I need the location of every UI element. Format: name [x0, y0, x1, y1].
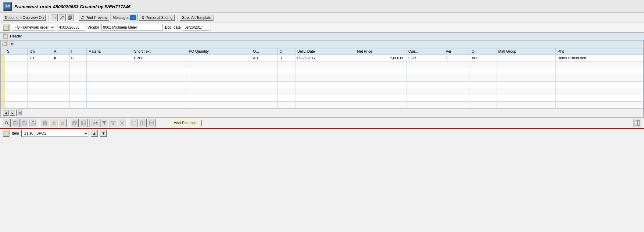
order-type-select[interactable]: FO Framework order — [12, 24, 55, 31]
multi-copy-btn[interactable] — [139, 119, 147, 127]
col-plnt: Plnt — [556, 48, 643, 55]
header-section: Header — [0, 32, 644, 40]
col-per: Per — [444, 48, 470, 55]
table-row[interactable]: 10 K B BPO1 1 AU D 09/26/2017 2,000.00 E… — [1, 55, 643, 62]
filter2-btn[interactable] — [109, 119, 117, 127]
item-dropdown[interactable]: 1 [ 10 ] BPO1 — [21, 130, 88, 137]
main-toolbar: Document Overview On □ 🖨 Print Preview M… — [0, 13, 644, 23]
info-icon: i — [130, 15, 136, 20]
svg-text:SAP: SAP — [6, 5, 11, 7]
row-indicator — [1, 102, 5, 108]
svg-rect-46 — [141, 121, 143, 125]
cell-o2: AU — [470, 55, 496, 62]
lock-btn[interactable] — [50, 119, 58, 127]
messages-btn[interactable]: Messages i — [110, 14, 138, 21]
save-btn[interactable] — [12, 119, 20, 127]
svg-rect-23 — [32, 123, 35, 125]
svg-rect-41 — [94, 124, 97, 125]
copy-icon[interactable] — [67, 14, 73, 21]
search-btn[interactable] — [3, 119, 11, 127]
table-header-icon-folder[interactable] — [2, 41, 8, 47]
copy-rows-btn[interactable] — [71, 119, 79, 127]
svg-rect-53 — [638, 121, 640, 125]
scroll-position-indicator — [16, 110, 23, 116]
svg-marker-44 — [111, 121, 115, 125]
print-preview-btn[interactable]: 🖨 Print Preview — [79, 15, 109, 21]
table-row[interactable] — [1, 68, 643, 75]
cell-curr: EUR — [406, 55, 444, 62]
document-overview-btn[interactable]: Document Overview On — [3, 15, 46, 21]
cell-status — [5, 55, 28, 62]
col-curr: Curr... — [406, 48, 444, 55]
personal-setting-btn[interactable]: ⚙ Personal Setting — [139, 15, 174, 21]
svg-rect-30 — [62, 123, 64, 125]
edit-icon[interactable] — [59, 14, 66, 21]
table-row[interactable] — [1, 88, 643, 95]
delete-btn[interactable] — [41, 119, 49, 127]
scroll-right-btn[interactable]: ► — [10, 110, 15, 116]
svg-rect-19 — [23, 123, 26, 125]
main-window: SAP Framework order 4500020683 Created b… — [0, 0, 644, 232]
bottom-toolbar: + — [0, 118, 644, 128]
svg-rect-3 — [68, 17, 71, 19]
cell-c: D — [277, 55, 295, 62]
separator-btm-4 — [128, 119, 128, 127]
col-deliv-date: Deliv. Date — [295, 48, 355, 55]
shield-btn[interactable] — [130, 119, 138, 127]
svg-rect-15 — [14, 121, 16, 122]
sap-logo-icon: SAP — [3, 2, 12, 11]
svg-rect-11 — [19, 112, 21, 114]
table-settings-icon[interactable]: ⚙ — [9, 41, 15, 47]
table-row[interactable] — [1, 75, 643, 82]
cell-short-text: BPO1 — [132, 55, 187, 62]
vendor-input[interactable] — [102, 24, 163, 31]
cell-a: K — [52, 55, 69, 62]
order-number-input[interactable] — [58, 24, 85, 31]
layout-btn[interactable] — [148, 119, 156, 127]
unlock-btn[interactable] — [59, 119, 67, 127]
header-section-label: Header — [10, 34, 22, 38]
save3-btn[interactable] — [29, 119, 37, 127]
row-indicator — [1, 75, 5, 82]
table-row[interactable] — [1, 102, 643, 108]
col-o2: O... — [470, 48, 496, 55]
personal-setting-icon: ⚙ — [141, 16, 145, 20]
right-panel-btn[interactable] — [633, 119, 641, 127]
save-as-template-btn[interactable]: Save As Template — [180, 15, 213, 21]
print-preview-icon: 🖨 — [81, 16, 84, 20]
col-itm: Itm — [28, 48, 52, 55]
table-scroll-bar: ◄ ► — [1, 108, 643, 117]
items-table: S.. Itm A I Material Short Text PO Quant… — [1, 48, 643, 108]
table-row[interactable] — [1, 95, 643, 102]
print-btn[interactable] — [91, 119, 99, 127]
row-indicator — [1, 95, 5, 102]
doc-date-input[interactable] — [183, 24, 210, 31]
vendor-label: Vendor — [88, 25, 99, 30]
item-footer-icon — [3, 130, 9, 137]
svg-rect-42 — [96, 122, 97, 123]
items-table-container: ⚙ S.. Itm A I Material Short Text PO Qua… — [0, 40, 644, 118]
separator-btm-2 — [69, 119, 69, 127]
cell-o1: AU — [251, 55, 277, 62]
col-short-text: Short Text — [132, 48, 187, 55]
table-row[interactable] — [1, 82, 643, 88]
table-config-btn[interactable] — [80, 119, 88, 127]
save2-btn[interactable]: + — [20, 119, 28, 127]
settings2-btn[interactable] — [118, 119, 126, 127]
filter-btn[interactable] — [100, 119, 108, 127]
title-bar: SAP Framework order 4500020683 Created b… — [0, 0, 644, 13]
item-footer: Item 1 [ 10 ] BPO1 ▲ ▼ — [0, 128, 644, 138]
order-header: FO Framework order Vendor Doc. date — [0, 23, 644, 32]
table-row[interactable] — [1, 62, 643, 68]
addl-planning-btn[interactable]: Addl Planning — [169, 120, 202, 126]
nav-up-btn[interactable]: ▲ — [91, 130, 98, 137]
new-document-icon[interactable]: □ — [51, 14, 58, 21]
svg-rect-4 — [69, 16, 72, 19]
svg-rect-5 — [4, 25, 9, 30]
order-type-icon — [3, 24, 9, 31]
nav-down-btn[interactable]: ▼ — [100, 130, 107, 137]
header-section-icon[interactable] — [3, 33, 8, 39]
row-indicator — [1, 68, 5, 75]
separator-2 — [76, 15, 76, 21]
scroll-left-btn[interactable]: ◄ — [3, 110, 9, 116]
